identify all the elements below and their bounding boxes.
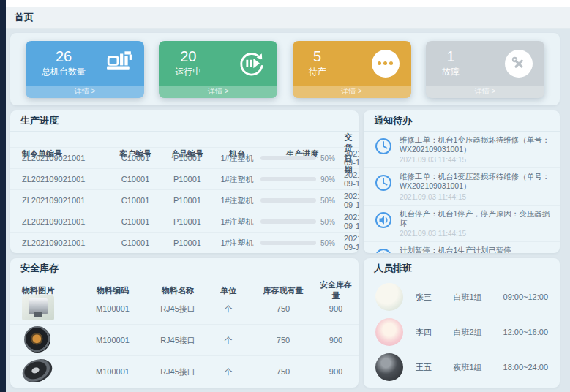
material-code: M100001 <box>79 367 146 376</box>
notification-text: 计划暂停：机台1生产计划已暂停 <box>400 246 511 253</box>
progress-track <box>260 241 316 245</box>
material-name: RJ45接口 <box>146 366 209 377</box>
stat-card-standby[interactable]: 5 待产 详情 > <box>293 41 411 98</box>
stats-panel: 26 总机台数量 <box>10 33 560 105</box>
column-header: 物料编码 <box>79 285 146 296</box>
notification-body: 计划暂停：机台1生产计划已暂停 2021.09.03 11:44:15 <box>400 246 511 253</box>
table-row: M100001 RJ45接口 个 750 900 <box>10 324 359 355</box>
stat-detail-link[interactable]: 详情 > <box>293 86 411 98</box>
main-area: 首页 26 总机台数量 <box>6 0 570 392</box>
column-header: 安全库存量 <box>319 279 353 301</box>
safety-qty: 900 <box>319 367 353 376</box>
production-progress-panel: 生产进度 制令单编号 客户编号 产品编号 机台 生产进度 交货日期 ZL2021… <box>10 110 359 253</box>
stat-card-text: 26 总机台数量 <box>42 48 86 78</box>
standby-icon <box>372 50 400 78</box>
progress-label: 90% <box>320 176 335 184</box>
content: 26 总机台数量 <box>6 29 570 392</box>
material-name: RJ45接口 <box>146 304 209 314</box>
material-unit: 个 <box>209 366 247 377</box>
panel-title: 人员排班 <box>364 258 560 279</box>
product-no: P10001 <box>161 175 214 184</box>
shift-time: 09:00~12:00 <box>503 293 548 301</box>
page-title: 首页 <box>15 11 34 24</box>
stat-card-total-machines[interactable]: 26 总机台数量 <box>26 41 144 98</box>
stat-card-running[interactable]: 20 运行中 详情 > <box>159 41 277 98</box>
notification-time: 2021.09.03 11:44:15 <box>400 230 551 238</box>
material-unit: 个 <box>209 335 247 346</box>
shift-time: 12:00~16:00 <box>503 328 548 336</box>
safety-qty: 900 <box>319 336 353 344</box>
material-name: RJ45接口 <box>146 335 209 346</box>
material-code: M100001 <box>79 304 146 313</box>
stat-card-text: 1 故障 <box>442 48 460 78</box>
delivery-date: 2021-09-10 <box>344 213 359 230</box>
notification-time: 2021.09.03 11:44:15 <box>400 193 551 201</box>
progress-label: 50% <box>320 154 335 162</box>
progress-track <box>260 198 316 203</box>
column-header: 单位 <box>209 285 247 296</box>
panel-title: 生产进度 <box>10 110 359 132</box>
shift-name: 白班2组 <box>453 327 503 338</box>
notification-item[interactable]: 计划暂停：机台1生产计划已暂停 2021.09.03 11:44:15 <box>364 241 560 253</box>
stat-value: 5 <box>309 48 326 66</box>
safety-stock-panel: 安全库存 物料图片 物料编码 物料名称 单位 库存现有量 安全库存量 M1000… <box>10 258 359 388</box>
stock-qty: 750 <box>247 367 319 376</box>
table-row: M100001 RJ45接口 个 750 900 <box>10 293 359 324</box>
shift-name: 夜班1组 <box>453 362 503 373</box>
shift-name: 白班1组 <box>453 292 503 303</box>
progress-label: 50% <box>320 197 335 205</box>
panel-title: 通知待办 <box>364 110 560 132</box>
progress-cell: 50% <box>260 197 344 205</box>
stat-card-body: 26 总机台数量 <box>26 41 144 78</box>
customer-no: C10001 <box>110 154 161 162</box>
progress-label: 50% <box>320 239 335 247</box>
stat-card-body: 1 故障 <box>426 41 544 78</box>
window-top-strip <box>6 0 570 7</box>
order-no: ZL202109021001 <box>22 238 110 247</box>
schedule-row: 王五 夜班1组 18:00~24:00 <box>364 350 560 385</box>
stat-detail-link[interactable]: 详情 > <box>26 86 144 98</box>
customer-no: C10001 <box>110 217 161 226</box>
stat-detail-link[interactable]: 详情 > <box>426 86 544 98</box>
machine-name: 1#注塑机 <box>214 238 260 249</box>
stat-card-text: 20 运行中 <box>175 48 201 78</box>
notification-item[interactable]: 维修工单：机台1变压器损坏待维修（单号：WX202109031001） 2021… <box>364 132 560 167</box>
dashboard-app: 首页 26 总机台数量 <box>0 0 570 392</box>
table-header-row: 物料图片 物料编码 物料名称 单位 库存现有量 安全库存量 <box>10 279 359 293</box>
personnel-schedule-panel: 人员排班 张三 白班1组 09:00~12:00 李四 白班2组 12:00~1… <box>364 258 560 388</box>
machine-name: 1#注塑机 <box>214 153 260 164</box>
clock-icon <box>374 137 393 164</box>
speaker-icon <box>374 247 393 253</box>
table-row: ZL202109021001 C10001 P10001 1#注塑机 50% 2… <box>10 232 359 253</box>
stat-label: 运行中 <box>175 66 201 78</box>
delivery-date: 2021-09-10 <box>344 234 359 252</box>
speaker-icon <box>374 211 393 238</box>
person-name: 王五 <box>416 362 453 373</box>
progress-cell: 50% <box>260 218 344 226</box>
notification-body: 维修工单：机台1变压器损坏待维修（单号：WX202109031001） 2021… <box>400 172 551 200</box>
progress-cell: 90% <box>260 176 344 184</box>
table-row: ZL202109021001 C10001 P10001 1#注塑机 50% 2… <box>10 211 359 232</box>
panel-grid: 生产进度 制令单编号 客户编号 产品编号 机台 生产进度 交货日期 ZL2021… <box>10 110 560 388</box>
notification-item[interactable]: 维修工单：机台1变压器损坏待维修（单号：WX202109031001） 2021… <box>364 167 560 204</box>
stat-card-fault[interactable]: 1 故障 详情 > <box>426 41 544 98</box>
order-no: ZL202109021001 <box>22 217 110 226</box>
material-photo-rj45 <box>22 295 54 320</box>
stat-card-body: 5 待产 <box>293 41 411 78</box>
notification-text: 维修工单：机台1变压器损坏待维修（单号：WX202109031001） <box>400 135 551 154</box>
stat-value: 1 <box>442 48 460 66</box>
material-photo-speaker-cone <box>19 355 56 387</box>
stat-value: 20 <box>175 48 201 66</box>
panel-title: 安全库存 <box>10 258 359 279</box>
schedule-row: 张三 白班1组 09:00~12:00 <box>364 279 560 314</box>
delivery-date: 2021-09-10 <box>344 149 359 167</box>
progress-cell: 50% <box>260 239 344 247</box>
notification-item[interactable]: 机台停产：机台1停产，停产原因：变压器损坏 2021.09.03 11:44:1… <box>364 205 560 241</box>
shift-time: 18:00~24:00 <box>503 363 548 372</box>
progress-label: 50% <box>320 218 335 226</box>
machine-name: 1#注塑机 <box>214 195 260 206</box>
notification-text: 机台停产：机台1停产，停产原因：变压器损坏 <box>400 209 551 228</box>
person-name: 李四 <box>416 327 453 338</box>
stat-detail-link[interactable]: 详情 > <box>159 86 277 98</box>
delivery-date: 2021-09-10 <box>344 192 359 209</box>
